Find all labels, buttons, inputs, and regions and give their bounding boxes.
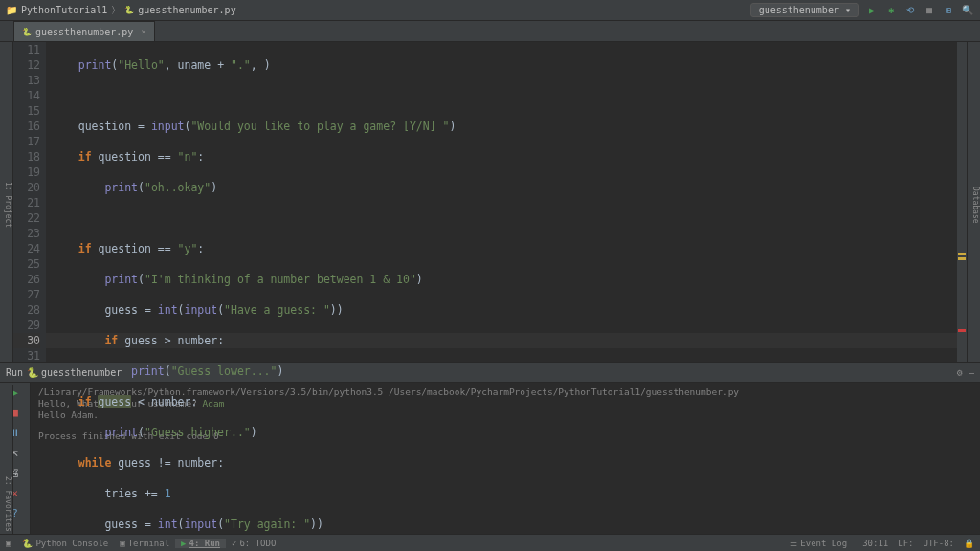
python-file-icon: 🐍 [124, 6, 134, 14]
python-file-icon: 🐍 [22, 28, 32, 36]
right-tool-gutter: Database [967, 42, 980, 362]
run-config-selector[interactable]: guessthenumber ▾ [750, 3, 859, 17]
tab-label: guessthenumber.py [35, 27, 133, 37]
error-marker[interactable] [958, 329, 966, 332]
toolbar-right: guessthenumber ▾ ▶ ✱ ⟲ ■ ⊞ 🔍 [750, 3, 974, 17]
code-area[interactable]: print("Hello", uname + ".", ) question =… [46, 42, 967, 362]
chevron-down-icon: ▾ [845, 5, 851, 15]
debug-button[interactable]: ✱ [884, 4, 898, 17]
left-bottom-gutter: 2: Favorites [0, 385, 13, 538]
tool-database[interactable]: Database [971, 187, 980, 224]
line-separator[interactable]: LF: [898, 539, 913, 548]
tab-python-console[interactable]: 🐍 Python Console [16, 539, 114, 548]
warning-marker[interactable] [958, 257, 966, 260]
editor-scrollbar[interactable] [957, 42, 967, 362]
close-icon[interactable]: × [141, 27, 145, 36]
run-button[interactable]: ▶ [865, 4, 879, 17]
lock-icon[interactable]: 🔒 [964, 539, 974, 548]
chevron-right-icon: 〉 [111, 4, 121, 17]
stop-button[interactable]: ■ [923, 4, 936, 17]
search-icon[interactable]: 🔍 [961, 4, 974, 17]
warning-marker[interactable] [958, 253, 966, 255]
minimize-icon[interactable]: — [969, 367, 974, 378]
line-gutter: 1112131415161718192021222324252627282930… [13, 42, 46, 362]
left-tool-gutter: 1: Project 7: Structure [0, 42, 13, 362]
editor[interactable]: 1112131415161718192021222324252627282930… [13, 42, 967, 362]
breadcrumb-project[interactable]: PythonTutorial1 [21, 5, 107, 15]
event-log[interactable]: ☰ Event Log [784, 539, 853, 548]
breadcrumb[interactable]: 📁 PythonTutorial1 〉 🐍 guessthenumber.py [6, 4, 236, 17]
attach-button[interactable]: ⟲ [903, 4, 917, 17]
tool-favorites[interactable]: 2: Favorites [0, 476, 12, 532]
tool-project[interactable]: 1: Project [4, 182, 12, 228]
cursor-position: 30:11 [862, 539, 888, 548]
run-title: Run [6, 367, 23, 378]
tab-run[interactable]: ▶ 4: Run [175, 539, 226, 548]
tab-terminal[interactable]: ▣ Terminal [114, 539, 175, 548]
top-toolbar: 📁 PythonTutorial1 〉 🐍 guessthenumber.py … [0, 0, 980, 21]
editor-tabs: 🐍 guessthenumber.py × [0, 21, 980, 42]
vcs-update-icon[interactable]: ⊞ [942, 4, 955, 17]
bottom-tool-bar: ▣ 🐍 Python Console ▣ Terminal ▶ 4: Run ✓… [0, 534, 980, 551]
breadcrumb-file[interactable]: guessthenumber.py [138, 5, 235, 15]
tool-windows-icon[interactable]: ▣ [6, 539, 11, 548]
folder-icon: 📁 [6, 5, 17, 15]
tab-guessthenumber[interactable]: 🐍 guessthenumber.py × [13, 21, 155, 41]
tab-todo[interactable]: ✓ 6: TODO [226, 539, 281, 548]
encoding[interactable]: UTF-8: [923, 539, 954, 548]
